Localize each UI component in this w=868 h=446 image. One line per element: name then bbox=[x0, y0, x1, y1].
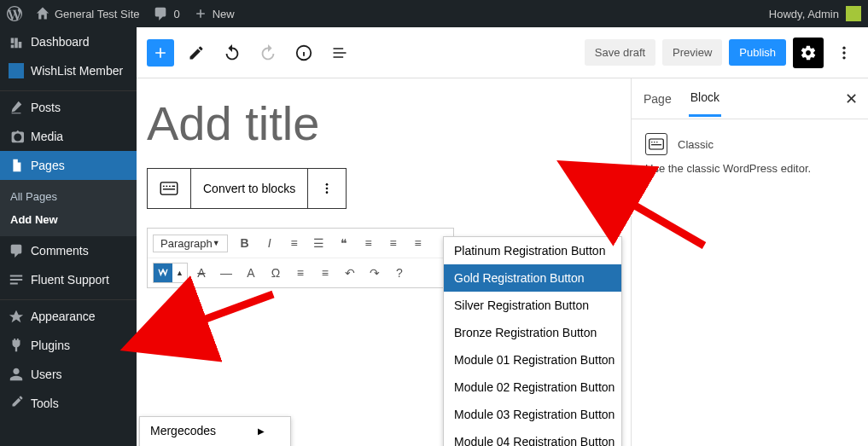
settings-panel: Page Block ✕ Classic Use the classic Wor… bbox=[631, 78, 868, 446]
align-left-button[interactable]: ≡ bbox=[358, 232, 380, 254]
stripe-item[interactable]: Module 03 Registration Button bbox=[444, 401, 621, 428]
color-button[interactable]: A bbox=[240, 262, 262, 284]
wlm-menu: Mergecodes▶ Shortcodes▶ Integrations▶ Co… bbox=[139, 416, 291, 446]
submenu-add-new[interactable]: Add New bbox=[0, 208, 137, 231]
bullet-list-button[interactable]: ≡ bbox=[283, 232, 306, 254]
undo2-button[interactable]: ↶ bbox=[339, 262, 361, 284]
annotation-arrow-1 bbox=[179, 286, 282, 340]
svg-rect-6 bbox=[160, 182, 178, 194]
admin-bar: General Test Site 0 New Howdy, Admin bbox=[0, 0, 868, 27]
tab-block[interactable]: Block bbox=[689, 80, 721, 117]
align-right-button[interactable]: ≡ bbox=[407, 232, 429, 254]
stripe-item[interactable]: Module 04 Registration Button bbox=[444, 428, 621, 446]
editor-header: Save draft Preview Publish bbox=[137, 27, 868, 78]
hr-button[interactable]: — bbox=[215, 262, 237, 284]
stripe-item[interactable]: Bronze Registration Button bbox=[444, 319, 621, 346]
number-list-button[interactable]: ☰ bbox=[308, 232, 330, 254]
pages-submenu: All Pages Add New bbox=[0, 180, 137, 236]
block-description: Use the classic WordPress editor. bbox=[645, 162, 854, 175]
annotation-arrow-2 bbox=[610, 186, 713, 258]
tab-page[interactable]: Page bbox=[642, 82, 673, 116]
close-settings-button[interactable]: ✕ bbox=[845, 90, 858, 108]
block-toolbar: Convert to blocks bbox=[147, 168, 347, 209]
new-content[interactable]: New bbox=[187, 0, 242, 27]
sidebar-item-tools[interactable]: Tools bbox=[0, 389, 137, 418]
outline-button[interactable] bbox=[326, 39, 353, 67]
redo2-button[interactable]: ↷ bbox=[364, 262, 386, 284]
undo-button[interactable] bbox=[218, 39, 246, 67]
edit-mode-button[interactable] bbox=[183, 39, 210, 67]
wishlist-icon bbox=[9, 63, 24, 78]
block-more-button[interactable] bbox=[308, 169, 346, 208]
avatar[interactable] bbox=[846, 6, 861, 21]
help-button[interactable]: ? bbox=[388, 262, 411, 284]
stripe-item[interactable]: Module 02 Registration Button bbox=[444, 374, 621, 401]
sidebar-item-comments[interactable]: Comments bbox=[0, 236, 137, 265]
bold-button[interactable]: B bbox=[234, 232, 256, 254]
strikethrough-button[interactable]: A bbox=[190, 262, 213, 284]
stripe-item[interactable]: Silver Registration Button bbox=[444, 292, 621, 319]
sidebar-item-plugins[interactable]: Plugins bbox=[0, 331, 137, 360]
svg-point-5 bbox=[842, 56, 845, 59]
site-home[interactable]: General Test Site bbox=[29, 0, 146, 27]
svg-point-14 bbox=[326, 191, 329, 194]
stripe-item[interactable]: Gold Registration Button bbox=[444, 264, 621, 292]
classic-block-icon[interactable] bbox=[148, 169, 191, 208]
wlm-dropdown-button[interactable]: ▲ bbox=[153, 263, 188, 283]
comments-count[interactable]: 0 bbox=[146, 0, 186, 27]
svg-rect-15 bbox=[650, 139, 664, 149]
quote-button[interactable]: ❝ bbox=[333, 232, 355, 254]
sidebar-item-pages[interactable]: Pages bbox=[0, 151, 137, 180]
add-block-button[interactable] bbox=[147, 39, 174, 67]
sidebar-item-dashboard[interactable]: Dashboard bbox=[0, 27, 137, 56]
indent-button[interactable]: ≡ bbox=[314, 262, 336, 284]
wlm-menu-mergecodes[interactable]: Mergecodes▶ bbox=[140, 417, 290, 444]
svg-line-21 bbox=[623, 199, 704, 246]
block-name: Classic bbox=[678, 138, 714, 151]
align-center-button[interactable]: ≡ bbox=[382, 232, 405, 254]
site-name: General Test Site bbox=[55, 8, 139, 20]
wlm-dropdown-icon bbox=[154, 264, 172, 282]
admin-sidebar: Dashboard WishList Member Posts Media Pa… bbox=[0, 27, 137, 446]
classic-editor-toolbar: Paragraph▼ B I ≡ ☰ ❝ ≡ ≡ ≡ ▲ A — A Ω ≡ bbox=[147, 228, 454, 288]
sidebar-item-wishlist[interactable]: WishList Member bbox=[0, 56, 137, 85]
paragraph-dropdown[interactable]: Paragraph▼ bbox=[153, 235, 228, 252]
svg-point-3 bbox=[842, 46, 845, 49]
info-button[interactable] bbox=[290, 39, 317, 67]
sidebar-item-appearance[interactable]: Appearance bbox=[0, 299, 137, 331]
settings-toggle[interactable] bbox=[793, 38, 824, 68]
save-draft-button[interactable]: Save draft bbox=[585, 39, 655, 66]
stripe-item[interactable]: Module 01 Registration Button bbox=[444, 346, 621, 374]
sidebar-item-fluent[interactable]: Fluent Support bbox=[0, 265, 137, 294]
outdent-button[interactable]: ≡ bbox=[289, 262, 312, 284]
preview-button[interactable]: Preview bbox=[662, 39, 722, 66]
publish-button[interactable]: Publish bbox=[729, 39, 786, 66]
sidebar-item-media[interactable]: Media bbox=[0, 122, 137, 151]
more-options-button[interactable] bbox=[830, 39, 858, 67]
wp-logo[interactable] bbox=[0, 0, 29, 27]
svg-point-4 bbox=[842, 51, 845, 54]
classic-icon bbox=[645, 133, 667, 155]
sidebar-item-posts[interactable]: Posts bbox=[0, 90, 137, 122]
sidebar-item-users[interactable]: Users bbox=[0, 360, 137, 389]
stripe-menu: Platinum Registration Button Gold Regist… bbox=[443, 236, 622, 446]
howdy-text[interactable]: Howdy, Admin bbox=[769, 8, 839, 20]
submenu-all-pages[interactable]: All Pages bbox=[0, 185, 137, 208]
convert-to-blocks-button[interactable]: Convert to blocks bbox=[191, 169, 308, 208]
stripe-item[interactable]: Platinum Registration Button bbox=[444, 237, 621, 264]
svg-line-20 bbox=[192, 294, 273, 324]
svg-point-12 bbox=[326, 183, 329, 186]
redo-button[interactable] bbox=[254, 39, 282, 67]
svg-point-13 bbox=[326, 188, 329, 190]
block-editor: Save draft Preview Publish Add title Con… bbox=[137, 27, 868, 446]
italic-button[interactable]: I bbox=[259, 232, 281, 254]
special-char-button[interactable]: Ω bbox=[265, 262, 287, 284]
